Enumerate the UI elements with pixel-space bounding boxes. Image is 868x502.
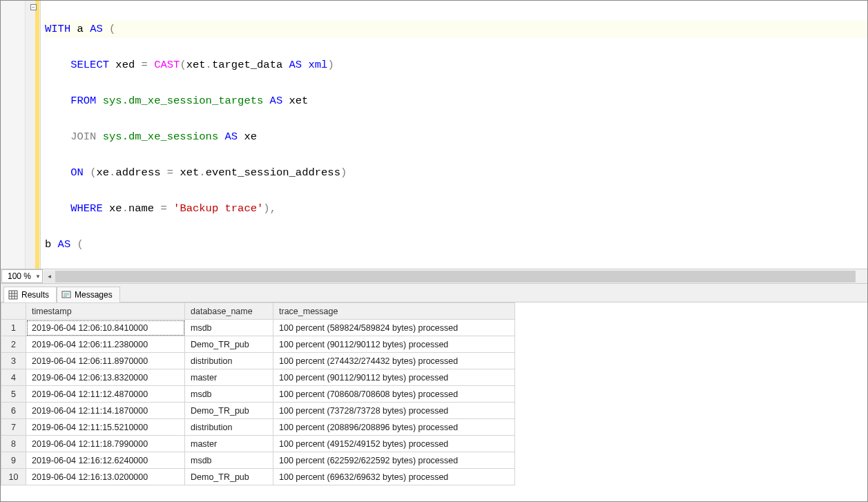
cell-database-name[interactable]: distribution <box>185 353 273 369</box>
cell-trace-message[interactable]: 100 percent (589824/589824 bytes) proces… <box>273 320 515 336</box>
cell-trace-message[interactable]: 100 percent (90112/90112 bytes) processe… <box>273 369 515 386</box>
tab-label: Messages <box>75 290 113 300</box>
column-header[interactable]: database_name <box>185 303 273 320</box>
cell-trace-message[interactable]: 100 percent (49152/49152 bytes) processe… <box>273 436 515 452</box>
cell-timestamp[interactable]: 2019-06-04 12:06:11.2380000 <box>26 336 185 353</box>
tab-label: Results <box>21 290 49 300</box>
cell-timestamp[interactable]: 2019-06-04 12:06:13.8320000 <box>26 369 185 386</box>
cell-database-name[interactable]: msdb <box>185 452 273 469</box>
table-row[interactable]: 72019-06-04 12:11:15.5210000distribution… <box>1 419 515 436</box>
results-pane: timestamp database_name trace_message 12… <box>1 302 867 501</box>
cell-database-name[interactable]: msdb <box>185 386 273 403</box>
column-header[interactable]: trace_message <box>273 303 515 320</box>
cell-timestamp[interactable]: 2019-06-04 12:06:11.8970000 <box>26 353 185 369</box>
cell-trace-message[interactable]: 100 percent (622592/622592 bytes) proces… <box>273 452 515 469</box>
code-line[interactable]: JOIN sys.dm_xe_sessions AS xe <box>45 128 867 146</box>
grid-icon <box>8 290 18 300</box>
code-line[interactable]: WHERE xe.name = 'Backup trace'), <box>45 200 867 218</box>
cell-trace-message[interactable]: 100 percent (73728/73728 bytes) processe… <box>273 403 515 419</box>
editor-margin <box>26 1 41 269</box>
editor-gutter <box>1 1 26 269</box>
cell-trace-message[interactable]: 100 percent (274432/274432 bytes) proces… <box>273 353 515 369</box>
cell-trace-message[interactable]: 100 percent (708608/708608 bytes) proces… <box>273 386 515 403</box>
code-line[interactable]: SELECT xed = CAST(xet.target_data AS xml… <box>45 56 867 74</box>
column-header[interactable]: timestamp <box>26 303 185 320</box>
code-line[interactable]: WITH a AS ( <box>45 20 867 38</box>
cell-timestamp[interactable]: 2019-06-04 12:06:10.8410000 <box>26 320 185 336</box>
cell-timestamp[interactable]: 2019-06-04 12:16:12.6240000 <box>26 452 185 469</box>
table-row[interactable]: 22019-06-04 12:06:11.2380000Demo_TR_pub1… <box>1 336 515 353</box>
cell-timestamp[interactable]: 2019-06-04 12:11:12.4870000 <box>26 386 185 403</box>
cell-trace-message[interactable]: 100 percent (208896/208896 bytes) proces… <box>273 419 515 436</box>
row-number[interactable]: 5 <box>1 386 26 403</box>
code-pane[interactable]: WITH a AS ( SELECT xed = CAST(xet.target… <box>41 1 867 269</box>
editor-status-bar: 100 % ▼ ◄ <box>1 269 867 284</box>
table-row[interactable]: 12019-06-04 12:06:10.8410000msdb100 perc… <box>1 320 515 336</box>
code-line[interactable]: b AS ( <box>45 235 867 253</box>
horizontal-scrollbar[interactable]: ◄ <box>44 271 856 282</box>
row-number[interactable]: 9 <box>1 452 26 469</box>
results-grid[interactable]: timestamp database_name trace_message 12… <box>1 302 515 485</box>
cell-timestamp[interactable]: 2019-06-04 12:11:14.1870000 <box>26 403 185 419</box>
table-row[interactable]: 62019-06-04 12:11:14.1870000Demo_TR_pub1… <box>1 403 515 419</box>
row-number[interactable]: 7 <box>1 419 26 436</box>
change-marker <box>35 1 39 269</box>
grid-header-row: timestamp database_name trace_message <box>1 303 515 320</box>
results-tabs: Results Messages <box>1 284 867 302</box>
svg-rect-0 <box>9 291 17 299</box>
cell-database-name[interactable]: Demo_TR_pub <box>185 403 273 419</box>
row-number[interactable]: 10 <box>1 469 26 485</box>
row-number[interactable]: 8 <box>1 436 26 452</box>
cell-database-name[interactable]: Demo_TR_pub <box>185 336 273 353</box>
cell-database-name[interactable]: distribution <box>185 419 273 436</box>
cell-database-name[interactable]: master <box>185 369 273 386</box>
cell-database-name[interactable]: master <box>185 436 273 452</box>
row-number[interactable]: 1 <box>1 320 26 336</box>
cell-timestamp[interactable]: 2019-06-04 12:11:15.5210000 <box>26 419 185 436</box>
scroll-left-icon[interactable]: ◄ <box>44 271 55 282</box>
scroll-thumb[interactable] <box>55 271 856 282</box>
zoom-select[interactable]: 100 % ▼ <box>1 269 43 283</box>
row-number[interactable]: 3 <box>1 353 26 369</box>
chevron-down-icon: ▼ <box>35 273 41 280</box>
code-line[interactable]: FROM sys.dm_xe_session_targets AS xet <box>45 92 867 110</box>
table-row[interactable]: 42019-06-04 12:06:13.8320000master100 pe… <box>1 369 515 386</box>
table-row[interactable]: 52019-06-04 12:11:12.4870000msdb100 perc… <box>1 386 515 403</box>
cell-timestamp[interactable]: 2019-06-04 12:16:13.0200000 <box>26 469 185 485</box>
code-line[interactable]: ON (xe.address = xet.event_session_addre… <box>45 164 867 182</box>
table-row[interactable]: 32019-06-04 12:06:11.8970000distribution… <box>1 353 515 369</box>
zoom-value: 100 % <box>8 271 31 281</box>
table-row[interactable]: 102019-06-04 12:16:13.0200000Demo_TR_pub… <box>1 469 515 485</box>
messages-icon <box>61 290 71 300</box>
fold-toggle-icon[interactable]: − <box>30 4 37 10</box>
row-number[interactable]: 6 <box>1 403 26 419</box>
tab-messages[interactable]: Messages <box>57 287 120 302</box>
row-number[interactable]: 4 <box>1 369 26 386</box>
cell-trace-message[interactable]: 100 percent (69632/69632 bytes) processe… <box>273 469 515 485</box>
corner-cell[interactable] <box>1 303 26 320</box>
tab-results[interactable]: Results <box>3 287 57 302</box>
table-row[interactable]: 82019-06-04 12:11:18.7990000master100 pe… <box>1 436 515 452</box>
table-row[interactable]: 92019-06-04 12:16:12.6240000msdb100 perc… <box>1 452 515 469</box>
cell-trace-message[interactable]: 100 percent (90112/90112 bytes) processe… <box>273 336 515 353</box>
cell-timestamp[interactable]: 2019-06-04 12:11:18.7990000 <box>26 436 185 452</box>
cell-database-name[interactable]: Demo_TR_pub <box>185 469 273 485</box>
row-number[interactable]: 2 <box>1 336 26 353</box>
cell-database-name[interactable]: msdb <box>185 320 273 336</box>
code-editor[interactable]: − WITH a AS ( SELECT xed = CAST(xet.targ… <box>1 1 867 269</box>
